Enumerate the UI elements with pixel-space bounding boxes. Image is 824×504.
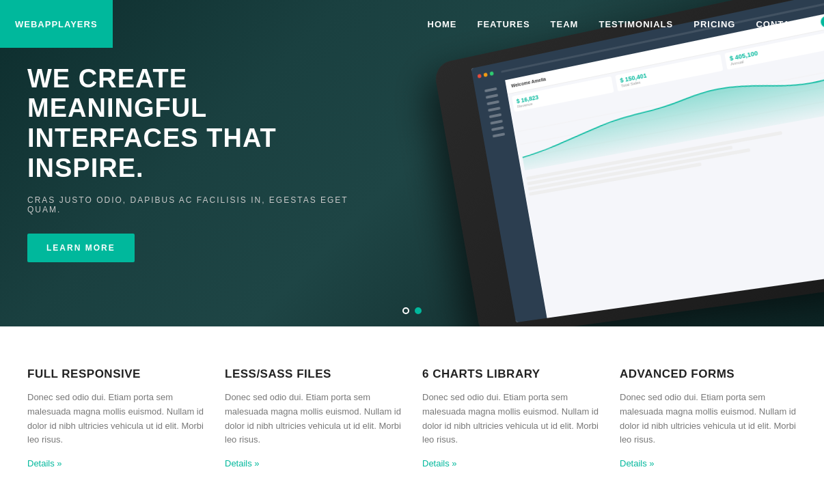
learn-more-button[interactable]: LEARN MORE (27, 234, 135, 262)
feature-desc-1: Donec sed odio dui. Etiam porta sem male… (27, 391, 204, 447)
nav-testimonials[interactable]: TESTIMONIALS (599, 19, 673, 29)
feature-title-3: 6 CHARTS LIBRARY (422, 367, 599, 381)
screen-dot-green (489, 71, 493, 76)
feature-title-1: FULL RESPONSIVE (27, 367, 204, 381)
sidebar-icon-4 (488, 107, 501, 111)
feature-title-4: ADVANCED FORMS (620, 367, 797, 381)
feature-item-4: ADVANCED FORMS Donec sed odio dui. Etiam… (620, 367, 797, 469)
device-frame: Welcome Amelia $ 16,823 Revenue $ 150,40… (433, 0, 824, 326)
feature-item-3: 6 CHARTS LIBRARY Donec sed odio dui. Eti… (422, 367, 599, 469)
feature-item-1: FULL RESPONSIVE Donec sed odio dui. Etia… (27, 367, 204, 469)
sidebar-icon-2 (486, 94, 499, 98)
feature-desc-4: Donec sed odio dui. Etiam porta sem male… (620, 391, 797, 447)
device-screen: Welcome Amelia $ 16,823 Revenue $ 150,40… (471, 0, 824, 322)
sidebar-icon-5 (489, 113, 502, 118)
hero-subtitle: CRAS JUSTO ODIO, DAPIBUS AC FACILISIS IN… (27, 195, 348, 214)
hero-content: WE CREATE MEANINGFUL INTERFACES THAT INS… (0, 0, 376, 326)
feature-desc-2: Donec sed odio dui. Etiam porta sem male… (225, 391, 402, 447)
sidebar-icon-7 (491, 126, 504, 131)
logo-button[interactable]: WEBAPPLAYERS (0, 0, 113, 48)
nav-pricing[interactable]: PRICING (693, 19, 735, 29)
feature-desc-3: Donec sed odio dui. Etiam porta sem male… (422, 391, 599, 447)
slider-dots (402, 307, 422, 314)
hero-title: WE CREATE MEANINGFUL INTERFACES THAT INS… (27, 64, 348, 184)
nav-contact[interactable]: CONTACT (756, 19, 804, 29)
feature-link-2[interactable]: Details » (225, 458, 260, 468)
feature-link-3[interactable]: Details » (422, 458, 457, 468)
feature-link-1[interactable]: Details » (27, 458, 62, 468)
sidebar-icon-6 (490, 120, 503, 124)
device-mockup: Welcome Amelia $ 16,823 Revenue $ 150,40… (400, 14, 824, 326)
hero-section: Welcome Amelia $ 16,823 Revenue $ 150,40… (0, 0, 824, 326)
sidebar-icon-1 (484, 87, 497, 92)
feature-title-2: LESS/SASS FILES (225, 367, 402, 381)
feature-link-4[interactable]: Details » (620, 458, 655, 468)
screen-dot-yellow (483, 72, 487, 77)
features-section: FULL RESPONSIVE Donec sed odio dui. Etia… (0, 326, 824, 503)
slider-dot-2[interactable] (415, 307, 422, 314)
slider-dot-1[interactable] (402, 307, 409, 314)
nav-features[interactable]: FEATURES (478, 19, 530, 29)
nav-home[interactable]: HOME (428, 19, 457, 29)
screen-dot-red (478, 74, 482, 79)
main-nav: HOME FEATURES TEAM TESTIMONIALS PRICING … (428, 19, 825, 29)
nav-team[interactable]: TEAM (551, 19, 579, 29)
feature-item-2: LESS/SASS FILES Donec sed odio dui. Etia… (225, 367, 402, 469)
site-header: WEBAPPLAYERS HOME FEATURES TEAM TESTIMON… (0, 0, 824, 48)
sidebar-icon-8 (493, 132, 506, 137)
sidebar-icon-3 (486, 100, 499, 105)
